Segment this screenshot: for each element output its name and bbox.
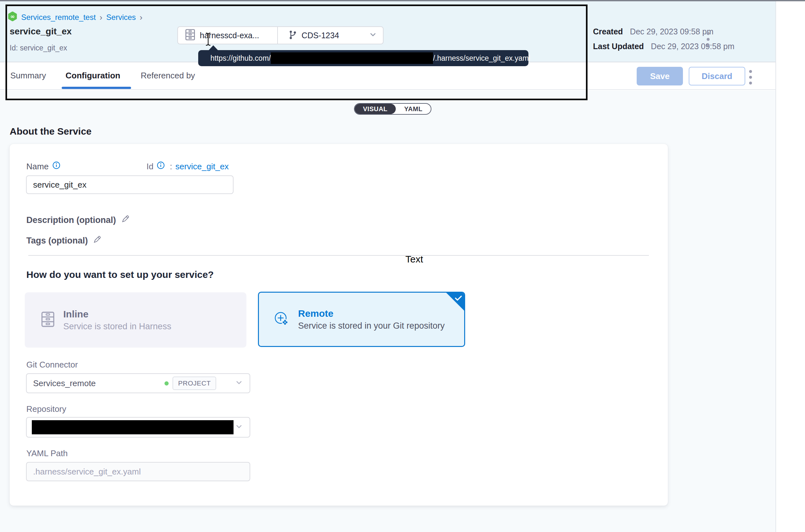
repository-select[interactable] xyxy=(26,417,250,438)
breadcrumb-separator: › xyxy=(140,13,142,22)
tab-summary[interactable]: Summary xyxy=(10,71,46,81)
panel-divider xyxy=(775,1,776,532)
inline-store-icon xyxy=(41,311,55,329)
name-input[interactable] xyxy=(26,175,233,194)
header-more-options-icon[interactable] xyxy=(705,31,711,48)
discard-button[interactable]: Discard xyxy=(689,67,745,86)
info-icon[interactable] xyxy=(52,161,60,172)
toggle-yaml[interactable]: YAML xyxy=(396,104,431,114)
tooltip-url-suffix: /.harness/service_git_ex.yaml xyxy=(433,54,530,63)
svg-text:∞: ∞ xyxy=(10,13,15,20)
selected-check-corner xyxy=(446,292,464,311)
git-connector-label: Git Connector xyxy=(26,360,78,370)
created-value: Dec 29, 2023 09:58 pm xyxy=(630,27,713,36)
name-label-row: Name xyxy=(26,161,60,172)
repository-store-icon xyxy=(185,28,195,42)
breadcrumb: ∞ Services_remote_test › Services › xyxy=(8,12,142,23)
inline-card-title: Inline xyxy=(63,309,171,320)
toggle-visual[interactable]: VISUAL xyxy=(354,104,396,114)
inline-store-card[interactable]: Inline Service is stored in Harness xyxy=(25,292,246,348)
tags-label: Tags (optional) xyxy=(26,236,88,246)
inline-card-subtitle: Service is stored in Harness xyxy=(63,322,171,331)
visual-yaml-toggle: VISUAL YAML xyxy=(354,103,432,115)
remote-card-subtitle: Service is stored in your Git repository xyxy=(298,321,445,331)
save-button[interactable]: Save xyxy=(637,67,683,86)
breadcrumb-services-link[interactable]: Services xyxy=(106,13,136,22)
setup-question: How do you want to set up your service? xyxy=(26,269,214,280)
connector-status-dot xyxy=(165,381,169,385)
branch-name: CDS-1234 xyxy=(302,31,339,40)
info-icon[interactable] xyxy=(157,161,165,172)
chevron-down-icon[interactable] xyxy=(235,378,243,388)
breadcrumb-project-link[interactable]: Services_remote_test xyxy=(21,13,96,22)
name-label: Name xyxy=(26,162,49,172)
repository-label: Repository xyxy=(26,404,66,414)
edit-pencil-icon[interactable] xyxy=(93,235,101,246)
toolbar-more-options-icon[interactable] xyxy=(748,69,753,86)
last-updated-label: Last Updated xyxy=(593,42,644,51)
git-connector-value: Services_remote xyxy=(33,378,96,388)
tags-row: Tags (optional) xyxy=(26,235,101,246)
git-branch-icon xyxy=(288,30,297,41)
chevron-down-icon[interactable] xyxy=(369,31,377,40)
text-annotation-label: Text xyxy=(405,254,423,265)
git-connector-select[interactable]: Services_remote PROJECT xyxy=(26,373,250,393)
chevron-down-icon[interactable] xyxy=(235,422,243,432)
remote-card-title: Remote xyxy=(298,308,445,319)
last-updated-value: Dec 29, 2023 09:58 pm xyxy=(651,42,734,51)
remote-store-card[interactable]: Remote Service is stored in your Git rep… xyxy=(258,292,465,347)
description-label: Description (optional) xyxy=(26,215,116,225)
text-cursor-icon xyxy=(205,32,211,48)
redaction-bar xyxy=(32,420,233,434)
last-updated-meta: Last Updated Dec 29, 2023 09:58 pm xyxy=(593,42,734,51)
remote-store-icon xyxy=(273,310,290,328)
edit-pencil-icon[interactable] xyxy=(121,215,130,226)
harness-service-logo-icon: ∞ xyxy=(8,12,17,23)
created-label: Created xyxy=(593,27,623,36)
tab-configuration[interactable]: Configuration xyxy=(65,71,120,81)
active-tab-underline xyxy=(62,87,131,89)
service-configuration-page: ∞ Services_remote_test › Services › serv… xyxy=(0,0,805,532)
id-value: service_git_ex xyxy=(175,162,229,172)
yaml-path-label: YAML Path xyxy=(26,449,68,458)
description-row: Description (optional) xyxy=(26,215,130,226)
yaml-path-input[interactable] xyxy=(26,462,250,481)
section-title: About the Service xyxy=(9,126,92,137)
breadcrumb-separator: › xyxy=(100,13,102,22)
file-url-tooltip: https://github.com/ /.harness/service_gi… xyxy=(198,50,529,66)
created-meta: Created Dec 29, 2023 09:58 pm xyxy=(593,27,713,36)
page-title: service_git_ex xyxy=(9,26,72,37)
id-colon: : xyxy=(170,162,172,172)
id-row: Id : service_git_ex xyxy=(147,161,229,172)
tab-referenced-by[interactable]: Referenced by xyxy=(141,71,195,81)
id-label: Id xyxy=(147,162,154,172)
redaction-bar xyxy=(271,52,433,64)
pill-divider xyxy=(277,27,278,44)
right-side-panel xyxy=(776,1,805,532)
scope-badge: PROJECT xyxy=(172,377,216,390)
section-divider xyxy=(28,255,649,256)
tooltip-url-prefix: https://github.com/ xyxy=(210,54,271,63)
service-id-line: Id: service_git_ex xyxy=(9,44,67,52)
